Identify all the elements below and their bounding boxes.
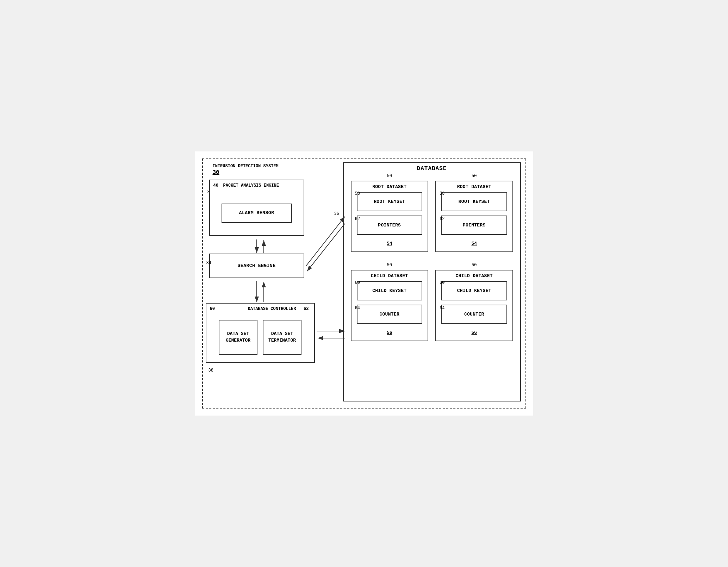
ref-34: 34 — [206, 261, 211, 266]
pae-title-label: PACKET ANALYSIS ENGINE — [223, 183, 279, 188]
database-section: DATABASE 50 ROOT DATASET 58 ROOT KEYSET … — [343, 162, 521, 401]
dc-inner: DATA SET GENERATOR DATA SET TERMINATOR — [219, 320, 301, 355]
child-dataset-left: 50 CHILD DATASET 60 CHILD KEYSET 64 COUN… — [351, 270, 429, 341]
pointers-right-ref: 62 — [440, 217, 444, 222]
root-keyset-right-box: ROOT KEYSET — [441, 192, 507, 211]
child-keyset-right-box: CHILD KEYSET — [441, 281, 507, 300]
pointers-right-box: POINTERS — [441, 216, 507, 235]
root-dataset-right-ref-top: 50 — [472, 174, 477, 179]
child-dataset-left-ref-top: 50 — [387, 263, 392, 268]
root-datasets-row: 50 ROOT DATASET 58 ROOT KEYSET 62 POINTE… — [344, 177, 520, 256]
child-dataset-right-ref-top: 50 — [472, 263, 477, 268]
dc-box: 60 DATABASE CONTROLLER 62 DATA SET GENER… — [206, 303, 315, 363]
counter-right-ref: 64 — [440, 306, 444, 311]
root-keyset-right-ref: 58 — [440, 191, 444, 196]
child-keyset-left-box: CHILD KEYSET — [357, 281, 423, 300]
search-engine-box: SEARCH ENGINE — [209, 254, 304, 278]
root-dataset-left: 50 ROOT DATASET 58 ROOT KEYSET 62 POINTE… — [351, 181, 429, 252]
ref-36: 36 — [334, 211, 339, 216]
pointers-left-ref: 62 — [355, 217, 360, 222]
pointers-left-box: POINTERS — [357, 216, 423, 235]
root-dataset-left-title: ROOT DATASET — [372, 184, 406, 189]
root-dataset-right-bottom-ref: 54 — [471, 241, 477, 246]
root-keyset-left-ref: 58 — [355, 191, 360, 196]
alarm-sensor-box: ALARM SENSOR — [222, 204, 292, 223]
counter-right-box: COUNTER — [441, 305, 507, 324]
child-keyset-right-ref: 60 — [440, 280, 444, 285]
pae-ref: 40 — [213, 183, 218, 188]
ref-38: 38 — [209, 368, 213, 373]
dc-title: 60 DATABASE CONTROLLER 62 — [210, 306, 309, 311]
counter-left-box: COUNTER — [357, 305, 423, 324]
child-keyset-left-ref: 60 — [355, 280, 360, 285]
root-dataset-left-bottom-ref: 54 — [387, 241, 392, 246]
child-dataset-right-bottom-ref: 56 — [471, 330, 477, 335]
child-dataset-right: 50 CHILD DATASET 60 CHILD KEYSET 64 COUN… — [435, 270, 513, 341]
root-dataset-left-ref-top: 50 — [387, 174, 392, 179]
pae-box: 40 PACKET ANALYSIS ENGINE ALARM SENSOR — [209, 180, 304, 236]
counter-left-ref: 64 — [355, 306, 360, 311]
data-set-terminator-box: DATA SET TERMINATOR — [263, 320, 301, 355]
child-dataset-left-title: CHILD DATASET — [371, 273, 408, 279]
alarm-sensor-label: ALARM SENSOR — [239, 210, 274, 216]
ids-title: 30 — [213, 169, 279, 176]
ids-label: INTRUSION DETECTION SYSTEM — [213, 164, 279, 169]
child-dataset-right-title: CHILD DATASET — [456, 273, 493, 279]
child-datasets-row: 50 CHILD DATASET 60 CHILD KEYSET 64 COUN… — [344, 266, 520, 345]
data-set-generator-box: DATA SET GENERATOR — [219, 320, 257, 355]
se-label: SEARCH ENGINE — [238, 263, 276, 269]
root-dataset-right-title: ROOT DATASET — [457, 184, 491, 189]
root-keyset-left-box: ROOT KEYSET — [357, 192, 423, 211]
root-dataset-right: 50 ROOT DATASET 58 ROOT KEYSET 62 POINTE… — [435, 181, 513, 252]
database-label: DATABASE — [344, 163, 520, 174]
child-dataset-left-bottom-ref: 56 — [387, 330, 392, 335]
